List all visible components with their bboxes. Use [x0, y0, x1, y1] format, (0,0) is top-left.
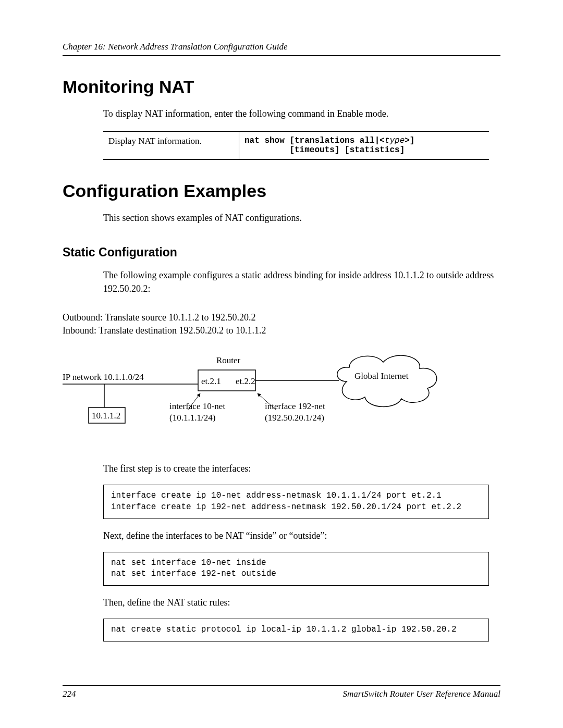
cloud-label: Global Internet [354, 371, 409, 381]
caption-line1: Outbound: Translate source 10.1.1.2 to 1… [63, 312, 256, 323]
heading-static-config: Static Configuration [63, 245, 500, 260]
caption-line2: Inbound: Translate destination 192.50.20… [63, 325, 266, 336]
step1-text: The first step is to create the interfac… [103, 462, 500, 475]
iface192-addr: (192.50.20.1/24) [265, 413, 324, 423]
static-intro: The following example configures a stati… [103, 269, 500, 295]
nat-diagram: IP network 10.1.1.0/24 10.1.1.2 Router e… [63, 342, 500, 447]
manual-title: SmartSwitch Router User Reference Manual [343, 689, 500, 699]
table-cmd-cell: nat show [translations all|<type>] [time… [239, 131, 489, 159]
table-desc-cell: Display NAT information. [103, 131, 239, 159]
router-label: Router [216, 355, 241, 365]
iface192-label: interface 192-net [265, 401, 325, 411]
monitoring-intro: To display NAT information, enter the fo… [103, 107, 500, 120]
monitoring-command-table: Display NAT information. nat show [trans… [103, 131, 489, 160]
heading-monitoring-nat: Monitoring NAT [63, 77, 500, 97]
port-right-label: et.2.2 [236, 376, 255, 386]
cmd-param: type [385, 136, 405, 145]
port-left-label: et.2.1 [201, 376, 221, 386]
step3-text: Then, define the NAT static rules: [103, 596, 500, 609]
cloud-icon: Global Internet [337, 355, 437, 406]
config-examples-intro: This section shows examples of NAT confi… [103, 212, 500, 225]
iface10-addr: (10.1.1.1/24) [169, 413, 215, 423]
chapter-header: Chapter 16: Network Address Translation … [63, 42, 500, 56]
iface10-label: interface 10-net [169, 401, 225, 411]
code-block-2: nat set interface 10-net inside nat set … [103, 552, 489, 586]
code-block-1: interface create ip 10-net address-netma… [103, 485, 489, 519]
page-number: 224 [63, 689, 76, 699]
heading-config-examples: Configuration Examples [63, 181, 500, 201]
code-block-3: nat create static protocol ip local-ip 1… [103, 619, 489, 641]
footer: 224 SmartSwitch Router User Reference Ma… [63, 685, 500, 699]
step2-text: Next, define the interfaces to be NAT “i… [103, 529, 500, 542]
host-label: 10.1.1.2 [92, 411, 120, 421]
diagram-caption: Outbound: Translate source 10.1.1.2 to 1… [63, 311, 500, 337]
page: Chapter 16: Network Address Translation … [0, 0, 563, 728]
cmd-prefix: nat show [translations all|< [244, 136, 385, 145]
ip-network-label: IP network 10.1.1.0/24 [63, 372, 144, 382]
